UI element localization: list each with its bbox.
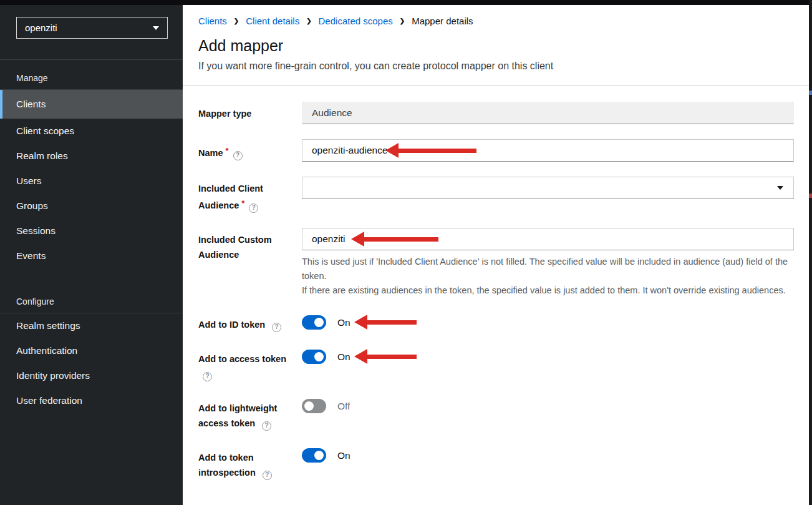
sidebar-item-groups[interactable]: Groups — [0, 194, 183, 218]
breadcrumb: Clients❯Client details❯Dedicated scopes❯… — [198, 16, 794, 26]
help-icon[interactable]: ? — [249, 203, 258, 213]
annotation-arrow — [354, 315, 417, 330]
included-custom-audience-input[interactable] — [302, 228, 794, 250]
chevron-down-icon — [777, 186, 783, 190]
sidebar-item-events[interactable]: Events — [0, 243, 183, 268]
help-icon[interactable]: ? — [233, 151, 243, 160]
sidebar-item-client-scopes[interactable]: Client scopes — [0, 119, 183, 144]
breadcrumb-link-client-details[interactable]: Client details — [246, 16, 299, 26]
add-to-id-token-switch[interactable] — [302, 315, 326, 330]
name-input[interactable] — [302, 139, 794, 162]
included-custom-audience-label: Included Custom Audience — [198, 228, 292, 298]
sidebar-item-clients[interactable]: Clients — [0, 90, 183, 119]
window-scrollbar[interactable] — [809, 0, 812, 505]
add-to-lightweight-access-token-state-label: Off — [337, 396, 350, 431]
sidebar-item-authentication[interactable]: Authentication — [0, 338, 183, 363]
help-icon[interactable]: ? — [262, 421, 271, 431]
add-to-lightweight-access-token-switch[interactable] — [302, 399, 326, 413]
scrollbar-mark — [809, 91, 812, 95]
included-client-audience-label: Included Client Audience*? — [198, 177, 292, 213]
masthead-bar — [0, 0, 812, 5]
add-to-token-introspection-state-label: On — [337, 446, 350, 480]
page-header: Clients❯Client details❯Dedicated scopes❯… — [183, 5, 809, 86]
add-to-access-token-label: Add to access token ? — [198, 347, 292, 381]
help-icon[interactable]: ? — [272, 323, 281, 332]
help-icon[interactable]: ? — [263, 471, 272, 480]
add-to-token-introspection-switch[interactable] — [302, 448, 326, 463]
scrollbar-mark — [809, 194, 812, 198]
add-to-lightweight-access-token-row: Add to lightweight access token ?Off — [198, 396, 794, 431]
nav-section-manage: ManageClientsClient scopesRealm rolesUse… — [0, 60, 183, 268]
sidebar-item-realm-roles[interactable]: Realm roles — [0, 144, 183, 169]
field-helper-text: This is used just if 'Included Client Au… — [302, 255, 794, 298]
mapper-type-field — [302, 102, 794, 124]
sidebar-item-user-federation[interactable]: User federation — [0, 388, 183, 413]
add-to-token-introspection-row: Add to token introspection ?On — [198, 446, 794, 480]
nav-list: ClientsClient scopesRealm rolesUsersGrou… — [0, 90, 183, 268]
sidebar-item-realm-settings[interactable]: Realm settings — [0, 313, 183, 338]
nav-section-configure: ConfigureRealm settingsAuthenticationIde… — [0, 283, 183, 413]
main-content: Clients❯Client details❯Dedicated scopes❯… — [183, 5, 809, 505]
included-client-audience-select[interactable] — [302, 177, 794, 199]
add-to-id-token-row: Add to ID token ?On — [198, 313, 794, 332]
annotation-arrow — [354, 349, 417, 364]
name-row: Name*? — [198, 139, 794, 162]
required-indicator: * — [226, 146, 229, 155]
name-label: Name*? — [198, 139, 292, 162]
nav-list: Realm settingsAuthenticationIdentity pro… — [0, 313, 183, 413]
breadcrumb-separator-icon: ❯ — [306, 17, 311, 24]
add-to-token-introspection-label: Add to token introspection ? — [198, 446, 292, 480]
required-indicator: * — [241, 199, 244, 208]
breadcrumb-separator-icon: ❯ — [400, 17, 405, 24]
sidebar-item-users[interactable]: Users — [0, 169, 183, 194]
sidebar-item-sessions[interactable]: Sessions — [0, 218, 183, 243]
add-to-id-token-label: Add to ID token ? — [198, 313, 292, 332]
sidebar-nav: openziti ManageClientsClient scopesRealm… — [0, 5, 183, 505]
add-to-access-token-row: Add to access token ?On — [198, 347, 794, 381]
add-mapper-form: Mapper type Name*? Included Client Audie… — [183, 86, 809, 505]
realm-selector-area: openziti — [0, 5, 183, 60]
sidebar-item-identity-providers[interactable]: Identity providers — [0, 363, 183, 388]
included-client-audience-row: Included Client Audience*? — [198, 177, 794, 213]
page-title: Add mapper — [198, 37, 794, 55]
nav-section-title: Manage — [0, 60, 183, 90]
nav-section-title: Configure — [0, 283, 183, 313]
included-custom-audience-row: Included Custom Audience This is used ju… — [198, 228, 794, 298]
chevron-down-icon — [153, 26, 159, 30]
page-subtitle: If you want more fine-grain control, you… — [198, 61, 794, 72]
mapper-type-row: Mapper type — [198, 102, 794, 124]
add-to-access-token-state-label: On — [337, 347, 350, 381]
help-icon[interactable]: ? — [203, 372, 212, 381]
add-to-access-token-switch[interactable] — [302, 350, 326, 364]
realm-name: openziti — [25, 22, 57, 33]
breadcrumb-link-dedicated-scopes[interactable]: Dedicated scopes — [319, 16, 393, 26]
mapper-type-label: Mapper type — [198, 102, 292, 124]
breadcrumb-link-clients[interactable]: Clients — [198, 16, 227, 26]
add-to-id-token-state-label: On — [337, 313, 350, 332]
breadcrumb-separator-icon: ❯ — [234, 17, 239, 24]
breadcrumb-current-mapper-details: Mapper details — [412, 16, 473, 26]
add-to-lightweight-access-token-label: Add to lightweight access token ? — [198, 396, 292, 431]
realm-selector-dropdown[interactable]: openziti — [16, 17, 168, 39]
